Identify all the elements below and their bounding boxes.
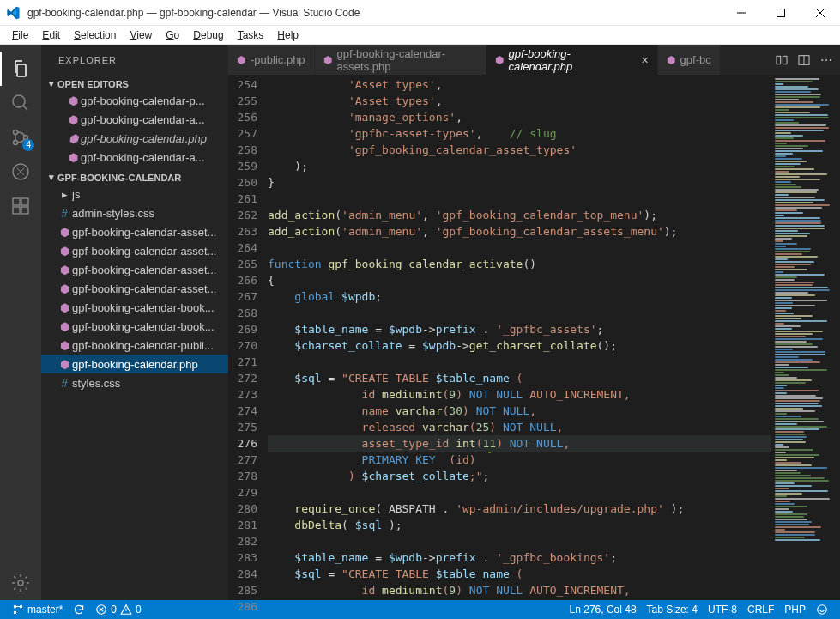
menubar: FileEditSelectionViewGoDebugTasksHelp	[0, 26, 840, 45]
editor-area: ⬢-public.php⬢gpf-booking-calendar-assets…	[228, 45, 840, 600]
file-tree-item[interactable]: ⬢gpf-booking-calendar-book...	[41, 298, 228, 317]
svg-point-10	[18, 580, 23, 586]
git-branch[interactable]: master*	[7, 604, 68, 616]
php-icon: ⬢	[65, 132, 81, 145]
php-icon: ⬢	[65, 113, 81, 126]
folder-icon: ▸	[57, 188, 72, 201]
svg-point-17	[14, 605, 15, 607]
css-icon: #	[57, 377, 72, 390]
menu-go[interactable]: Go	[159, 29, 186, 41]
menu-file[interactable]: File	[5, 29, 35, 41]
indent[interactable]: Tab Size: 4	[642, 604, 703, 616]
sidebar: EXPLORER ▾ OPEN EDITORS ⬢gpf-booking-cal…	[41, 45, 228, 600]
php-icon: ⬢	[57, 339, 72, 352]
open-editor-item[interactable]: ⬢gpf-booking-calendar-a...	[41, 110, 228, 129]
file-tree-item[interactable]: ⬢gpf-booking-calendar-publi...	[41, 336, 228, 355]
minimize-button[interactable]	[722, 0, 761, 26]
php-icon: ⬢	[495, 54, 504, 66]
php-icon: ⬢	[57, 320, 72, 333]
project-header[interactable]: ▾ GPF-BOOKING-CALENDAR	[41, 170, 228, 185]
svg-point-3	[14, 141, 18, 145]
svg-rect-11	[777, 56, 781, 64]
window-controls	[722, 0, 840, 26]
eol[interactable]: CRLF	[742, 604, 779, 616]
source-control-icon[interactable]: 4	[0, 120, 41, 155]
file-tree-item[interactable]: ⬢gpf-booking-calendar-book...	[41, 317, 228, 336]
editor-tab[interactable]: ⬢gpf-booking-calendar.php×	[486, 45, 658, 75]
compare-icon[interactable]	[775, 53, 789, 67]
debug-icon[interactable]	[0, 155, 41, 189]
maximize-button[interactable]	[761, 0, 801, 26]
editor-body[interactable]: 2542552562572582592602612622632642652662…	[228, 75, 840, 600]
menu-view[interactable]: View	[123, 29, 159, 41]
open-editors-header[interactable]: ▾ OPEN EDITORS	[41, 76, 228, 91]
feedback-icon[interactable]	[811, 604, 833, 616]
svg-point-16	[830, 59, 831, 61]
php-icon: ⬢	[57, 301, 72, 314]
svg-point-1	[13, 95, 25, 107]
file-tree-item[interactable]: ⬢gpf-booking-calendar-asset...	[41, 279, 228, 298]
open-editor-item[interactable]: ⬢gpf-booking-calendar.php	[41, 129, 228, 148]
menu-edit[interactable]: Edit	[35, 29, 67, 41]
open-editor-item[interactable]: ⬢gpf-booking-calendar-p...	[41, 91, 228, 110]
file-tree-item[interactable]: ▸js	[41, 185, 228, 203]
svg-rect-9	[21, 198, 28, 205]
file-tree-item[interactable]: #admin-styles.css	[41, 203, 228, 222]
file-tree-item[interactable]: ⬢gpf-booking-calendar-asset...	[41, 260, 228, 279]
menu-debug[interactable]: Debug	[186, 29, 230, 41]
close-icon[interactable]: ×	[641, 53, 648, 67]
php-icon: ⬢	[65, 151, 81, 164]
vscode-icon	[0, 6, 26, 20]
minimap[interactable]	[771, 75, 840, 600]
php-icon: ⬢	[57, 245, 72, 258]
problems[interactable]: 0 0	[90, 604, 146, 616]
editor-tab[interactable]: ⬢gpf-bc	[658, 45, 721, 75]
svg-point-14	[821, 59, 823, 61]
code-content[interactable]: 'Asset types', 'Asset types', 'manage_op…	[268, 75, 771, 600]
file-tree-item[interactable]: ⬢gpf-booking-calendar.php	[41, 355, 228, 373]
file-tree-item[interactable]: ⬢gpf-booking-calendar-asset...	[41, 241, 228, 260]
encoding[interactable]: UTF-8	[703, 604, 742, 616]
more-icon[interactable]	[819, 53, 833, 67]
activity-bar: 4	[0, 45, 41, 600]
php-icon: ⬢	[65, 94, 81, 107]
close-button[interactable]	[801, 0, 840, 26]
php-icon: ⬢	[323, 54, 332, 66]
window-title: gpf-booking-calendar.php — gpf-booking-c…	[26, 7, 722, 19]
svg-point-18	[14, 611, 15, 613]
editor-tab[interactable]: ⬢gpf-booking-calendar-assets.php	[315, 45, 486, 75]
file-tree-item[interactable]: ⬢gpf-booking-calendar-asset...	[41, 222, 228, 241]
extensions-icon[interactable]	[0, 189, 41, 223]
tab-actions	[775, 45, 840, 75]
php-icon: ⬢	[57, 282, 72, 295]
menu-tasks[interactable]: Tasks	[231, 29, 271, 41]
chevron-down-icon: ▾	[45, 172, 57, 183]
svg-rect-0	[777, 9, 785, 16]
menu-selection[interactable]: Selection	[67, 29, 123, 41]
explorer-icon[interactable]	[0, 52, 41, 86]
open-editor-item[interactable]: ⬢gpf-booking-calendar-a...	[41, 148, 228, 167]
editor-tab[interactable]: ⬢-public.php	[228, 45, 315, 75]
svg-point-2	[14, 130, 18, 135]
menu-help[interactable]: Help	[270, 29, 305, 41]
line-gutter: 2542552562572582592602612622632642652662…	[228, 75, 268, 600]
split-icon[interactable]	[797, 53, 811, 67]
cursor-position[interactable]: Ln 276, Col 48	[565, 604, 642, 616]
svg-rect-8	[21, 207, 28, 214]
settings-icon[interactable]	[0, 566, 41, 600]
language[interactable]: PHP	[779, 604, 811, 616]
titlebar: gpf-booking-calendar.php — gpf-booking-c…	[0, 0, 840, 26]
sync-icon[interactable]	[68, 604, 90, 616]
css-icon: #	[57, 207, 72, 220]
php-icon: ⬢	[57, 226, 72, 239]
php-icon: ⬢	[667, 54, 675, 66]
status-bar: master* 0 0 Ln 276, Col 48 Tab Size: 4 U…	[0, 600, 840, 619]
svg-rect-6	[13, 198, 20, 205]
svg-point-21	[818, 605, 827, 615]
chevron-down-icon: ▾	[45, 78, 57, 89]
svg-rect-12	[783, 56, 787, 64]
php-icon: ⬢	[57, 358, 72, 371]
search-icon[interactable]	[0, 86, 41, 120]
sidebar-title: EXPLORER	[41, 45, 228, 75]
file-tree-item[interactable]: #styles.css	[41, 373, 228, 392]
